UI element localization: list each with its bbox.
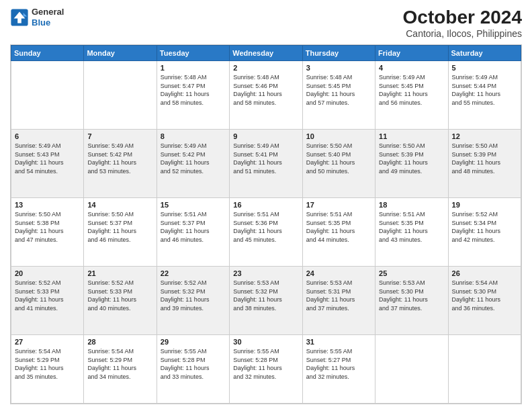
table-row: 1Sunrise: 5:48 AM Sunset: 5:47 PM Daylig… [157, 61, 229, 130]
day-info: Sunrise: 5:48 AM Sunset: 5:46 PM Dayligh… [233, 73, 298, 107]
day-number: 10 [306, 132, 371, 140]
header-saturday: Saturday [448, 46, 521, 61]
day-info: Sunrise: 5:55 AM Sunset: 5:28 PM Dayligh… [161, 347, 226, 381]
day-info: Sunrise: 5:53 AM Sunset: 5:32 PM Dayligh… [233, 279, 298, 312]
day-number: 21 [87, 269, 152, 277]
day-number: 2 [233, 64, 298, 72]
day-info: Sunrise: 5:49 AM Sunset: 5:44 PM Dayligh… [452, 73, 517, 107]
logo-icon [10, 8, 29, 27]
day-number: 14 [87, 201, 152, 209]
table-row: 30Sunrise: 5:55 AM Sunset: 5:28 PM Dayli… [230, 335, 302, 404]
day-number: 12 [452, 132, 517, 140]
day-info: Sunrise: 5:55 AM Sunset: 5:28 PM Dayligh… [233, 347, 298, 381]
table-row: 8Sunrise: 5:49 AM Sunset: 5:42 PM Daylig… [157, 130, 229, 198]
table-row: 2Sunrise: 5:48 AM Sunset: 5:46 PM Daylig… [230, 61, 302, 130]
header-tuesday: Tuesday [157, 46, 229, 61]
header-friday: Friday [375, 46, 448, 61]
day-info: Sunrise: 5:49 AM Sunset: 5:45 PM Dayligh… [379, 73, 444, 107]
table-row [375, 335, 448, 404]
table-row: 6Sunrise: 5:49 AM Sunset: 5:43 PM Daylig… [11, 130, 84, 198]
header-monday: Monday [84, 46, 157, 61]
day-number: 27 [15, 338, 80, 346]
day-number: 11 [379, 132, 444, 140]
calendar-week-row: 6Sunrise: 5:49 AM Sunset: 5:43 PM Daylig… [11, 130, 521, 198]
day-info: Sunrise: 5:52 AM Sunset: 5:32 PM Dayligh… [161, 279, 226, 312]
day-info: Sunrise: 5:48 AM Sunset: 5:45 PM Dayligh… [306, 73, 371, 107]
day-info: Sunrise: 5:51 AM Sunset: 5:35 PM Dayligh… [379, 210, 444, 244]
table-row: 5Sunrise: 5:49 AM Sunset: 5:44 PM Daylig… [448, 61, 521, 130]
day-number: 19 [452, 201, 517, 209]
day-info: Sunrise: 5:50 AM Sunset: 5:39 PM Dayligh… [452, 142, 517, 175]
table-row: 22Sunrise: 5:52 AM Sunset: 5:32 PM Dayli… [157, 267, 229, 335]
day-info: Sunrise: 5:50 AM Sunset: 5:39 PM Dayligh… [379, 142, 444, 175]
day-number: 23 [233, 269, 298, 277]
table-row: 18Sunrise: 5:51 AM Sunset: 5:35 PM Dayli… [375, 198, 448, 267]
table-row: 11Sunrise: 5:50 AM Sunset: 5:39 PM Dayli… [375, 130, 448, 198]
header-sunday: Sunday [11, 46, 84, 61]
logo-text: General Blue [32, 7, 64, 28]
table-row [448, 335, 521, 404]
day-number: 13 [15, 201, 80, 209]
day-info: Sunrise: 5:53 AM Sunset: 5:30 PM Dayligh… [379, 279, 444, 312]
table-row: 14Sunrise: 5:50 AM Sunset: 5:37 PM Dayli… [84, 198, 157, 267]
day-number: 25 [379, 269, 444, 277]
day-number: 17 [306, 201, 371, 209]
day-number: 8 [161, 132, 226, 140]
day-number: 16 [233, 201, 298, 209]
table-row: 31Sunrise: 5:55 AM Sunset: 5:27 PM Dayli… [302, 335, 375, 404]
header: General Blue October 2024 Cantoria, Iloc… [10, 7, 522, 39]
day-info: Sunrise: 5:49 AM Sunset: 5:41 PM Dayligh… [233, 142, 298, 175]
table-row: 21Sunrise: 5:52 AM Sunset: 5:33 PM Dayli… [84, 267, 157, 335]
table-row: 7Sunrise: 5:49 AM Sunset: 5:42 PM Daylig… [84, 130, 157, 198]
table-row: 4Sunrise: 5:49 AM Sunset: 5:45 PM Daylig… [375, 61, 448, 130]
day-number: 6 [15, 132, 80, 140]
table-row: 12Sunrise: 5:50 AM Sunset: 5:39 PM Dayli… [448, 130, 521, 198]
calendar: Sunday Monday Tuesday Wednesday Thursday… [10, 44, 522, 404]
logo-line1: General [32, 7, 64, 17]
table-row: 10Sunrise: 5:50 AM Sunset: 5:40 PM Dayli… [302, 130, 375, 198]
calendar-week-row: 1Sunrise: 5:48 AM Sunset: 5:47 PM Daylig… [11, 61, 521, 130]
table-row [84, 61, 157, 130]
table-row: 19Sunrise: 5:52 AM Sunset: 5:34 PM Dayli… [448, 198, 521, 267]
logo-line2: Blue [32, 17, 50, 28]
day-info: Sunrise: 5:51 AM Sunset: 5:35 PM Dayligh… [306, 210, 371, 244]
day-info: Sunrise: 5:49 AM Sunset: 5:42 PM Dayligh… [87, 142, 152, 175]
weekday-header-row: Sunday Monday Tuesday Wednesday Thursday… [11, 46, 521, 61]
day-info: Sunrise: 5:54 AM Sunset: 5:29 PM Dayligh… [15, 347, 80, 381]
table-row [11, 61, 84, 130]
day-number: 7 [87, 132, 152, 140]
day-info: Sunrise: 5:52 AM Sunset: 5:33 PM Dayligh… [15, 279, 80, 312]
header-thursday: Thursday [302, 46, 375, 61]
table-row: 13Sunrise: 5:50 AM Sunset: 5:38 PM Dayli… [11, 198, 84, 267]
day-info: Sunrise: 5:51 AM Sunset: 5:36 PM Dayligh… [233, 210, 298, 244]
calendar-week-row: 20Sunrise: 5:52 AM Sunset: 5:33 PM Dayli… [11, 267, 521, 335]
table-row: 27Sunrise: 5:54 AM Sunset: 5:29 PM Dayli… [11, 335, 84, 404]
calendar-week-row: 13Sunrise: 5:50 AM Sunset: 5:38 PM Dayli… [11, 198, 521, 267]
day-number: 26 [452, 269, 517, 277]
table-row: 25Sunrise: 5:53 AM Sunset: 5:30 PM Dayli… [375, 267, 448, 335]
table-row: 29Sunrise: 5:55 AM Sunset: 5:28 PM Dayli… [157, 335, 229, 404]
table-row: 23Sunrise: 5:53 AM Sunset: 5:32 PM Dayli… [230, 267, 302, 335]
day-info: Sunrise: 5:52 AM Sunset: 5:34 PM Dayligh… [452, 210, 517, 244]
day-info: Sunrise: 5:49 AM Sunset: 5:42 PM Dayligh… [161, 142, 226, 175]
table-row: 16Sunrise: 5:51 AM Sunset: 5:36 PM Dayli… [230, 198, 302, 267]
page: General Blue October 2024 Cantoria, Iloc… [0, 0, 532, 411]
day-number: 4 [379, 64, 444, 72]
table-row: 9Sunrise: 5:49 AM Sunset: 5:41 PM Daylig… [230, 130, 302, 198]
day-number: 31 [306, 338, 371, 346]
day-number: 9 [233, 132, 298, 140]
day-number: 28 [87, 338, 152, 346]
table-row: 28Sunrise: 5:54 AM Sunset: 5:29 PM Dayli… [84, 335, 157, 404]
month-title: October 2024 [403, 7, 522, 28]
day-number: 5 [452, 64, 517, 72]
day-number: 18 [379, 201, 444, 209]
day-info: Sunrise: 5:53 AM Sunset: 5:31 PM Dayligh… [306, 279, 371, 312]
day-number: 3 [306, 64, 371, 72]
table-row: 17Sunrise: 5:51 AM Sunset: 5:35 PM Dayli… [302, 198, 375, 267]
calendar-week-row: 27Sunrise: 5:54 AM Sunset: 5:29 PM Dayli… [11, 335, 521, 404]
table-row: 3Sunrise: 5:48 AM Sunset: 5:45 PM Daylig… [302, 61, 375, 130]
table-row: 24Sunrise: 5:53 AM Sunset: 5:31 PM Dayli… [302, 267, 375, 335]
header-wednesday: Wednesday [230, 46, 302, 61]
day-number: 29 [161, 338, 226, 346]
day-number: 15 [161, 201, 226, 209]
